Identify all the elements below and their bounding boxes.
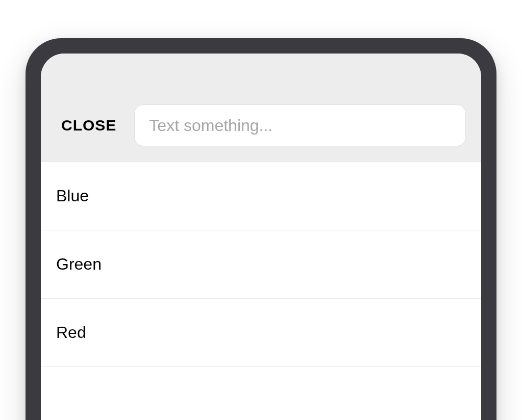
list-item[interactable]: Green [41, 230, 481, 299]
header: CLOSE [41, 54, 481, 162]
screen: CLOSE Blue Green Red [41, 54, 481, 420]
close-button[interactable]: CLOSE [56, 113, 121, 138]
device-frame: CLOSE Blue Green Red [26, 38, 496, 420]
search-input[interactable] [134, 104, 466, 146]
list-item[interactable]: Red [41, 299, 481, 367]
list-item[interactable]: Blue [41, 162, 481, 230]
options-list: Blue Green Red [41, 162, 481, 367]
